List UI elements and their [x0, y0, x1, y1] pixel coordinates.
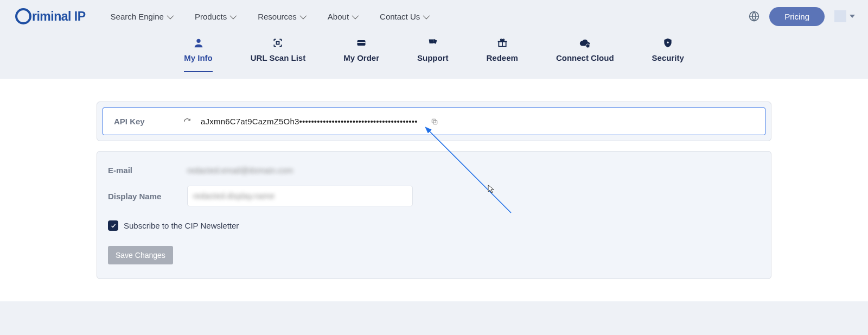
- nav-label: About: [328, 12, 349, 21]
- chevron-down-icon: [352, 12, 359, 19]
- tab-security[interactable]: Security: [652, 37, 684, 72]
- nav-products[interactable]: Products: [195, 12, 235, 21]
- top-header-row: riminal IP Search Engine Products Resour…: [0, 0, 868, 33]
- api-key-box: API Key aJxmn6C7at9CazmZ5Oh3••••••••••••…: [103, 108, 765, 135]
- svg-point-6: [586, 44, 590, 48]
- chevron-down-icon: [850, 15, 855, 18]
- chevron-down-icon: [230, 12, 237, 19]
- tab-label: My Info: [184, 53, 213, 62]
- cloud-icon: [579, 37, 591, 49]
- display-name-value: redacted.display.name: [193, 191, 275, 200]
- person-icon: [193, 37, 205, 49]
- tab-redeem[interactable]: Redeem: [487, 37, 518, 72]
- svg-rect-9: [432, 119, 436, 123]
- tab-label: My Order: [343, 53, 379, 62]
- account-tabs: My Info URL Scan List My Order Support R…: [0, 33, 868, 72]
- chevron-down-icon: [167, 12, 174, 19]
- tab-my-info[interactable]: My Info: [184, 37, 213, 72]
- chevron-down-icon: [299, 12, 307, 19]
- save-changes-button[interactable]: Save Changes: [108, 246, 173, 264]
- display-name-row: Display Name redacted.display.name: [108, 186, 760, 206]
- svg-rect-8: [433, 120, 437, 124]
- svg-point-1: [196, 39, 200, 43]
- footer-strip: [0, 301, 868, 335]
- tab-label: Security: [652, 53, 684, 62]
- tab-label: Support: [417, 53, 449, 62]
- support-icon: [427, 37, 439, 49]
- brand-name: riminal IP: [32, 9, 86, 24]
- nav-resources[interactable]: Resources: [258, 12, 305, 21]
- tab-connect-cloud[interactable]: Connect Cloud: [556, 37, 614, 72]
- nav-label: Resources: [258, 12, 297, 21]
- brand-logo[interactable]: riminal IP: [15, 8, 86, 24]
- display-name-input[interactable]: redacted.display.name: [187, 186, 413, 206]
- tab-support[interactable]: Support: [417, 37, 449, 72]
- newsletter-checkbox[interactable]: [108, 220, 118, 231]
- profile-card: E-mail redacted.email@domain.com Display…: [97, 151, 771, 279]
- top-header: riminal IP Search Engine Products Resour…: [0, 0, 868, 79]
- shield-icon: [662, 37, 673, 49]
- nav-label: Search Engine: [111, 12, 164, 21]
- email-row: E-mail redacted.email@domain.com: [108, 166, 760, 175]
- tab-label: URL Scan List: [251, 53, 305, 62]
- chevron-down-icon: [423, 12, 430, 19]
- account-menu[interactable]: [834, 10, 855, 22]
- nav-label: Products: [195, 12, 227, 21]
- api-key-label: API Key: [114, 117, 174, 126]
- refresh-icon[interactable]: [183, 118, 191, 125]
- tab-label: Connect Cloud: [556, 53, 614, 62]
- tab-my-order[interactable]: My Order: [343, 37, 379, 72]
- email-label: E-mail: [108, 166, 187, 175]
- nav-about[interactable]: About: [328, 12, 357, 21]
- display-name-label: Display Name: [108, 192, 187, 201]
- tab-url-scan-list[interactable]: URL Scan List: [251, 37, 305, 72]
- svg-rect-4: [358, 42, 366, 43]
- gift-icon: [497, 37, 508, 49]
- pricing-label: Pricing: [784, 12, 809, 21]
- avatar-icon: [834, 10, 846, 22]
- card-icon: [356, 37, 367, 49]
- api-key-value: aJxmn6C7at9CazmZ5Oh3••••••••••••••••••••…: [201, 117, 418, 126]
- nav-search-engine[interactable]: Search Engine: [111, 12, 172, 21]
- email-value: redacted.email@domain.com: [187, 166, 293, 175]
- newsletter-row: Subscribe to the CIP Newsletter: [108, 220, 760, 231]
- save-label: Save Changes: [116, 251, 165, 260]
- main-nav: Search Engine Products Resources About C…: [111, 12, 429, 21]
- svg-point-7: [667, 42, 668, 43]
- newsletter-label: Subscribe to the CIP Newsletter: [124, 221, 239, 230]
- nav-contact-us[interactable]: Contact Us: [380, 12, 428, 21]
- scan-icon: [272, 37, 283, 49]
- copy-icon[interactable]: [431, 118, 438, 125]
- pricing-button[interactable]: Pricing: [769, 7, 825, 26]
- nav-label: Contact Us: [380, 12, 420, 21]
- api-key-card: API Key aJxmn6C7at9CazmZ5Oh3••••••••••••…: [97, 102, 771, 141]
- svg-rect-2: [277, 42, 279, 45]
- tab-label: Redeem: [487, 53, 518, 62]
- globe-icon[interactable]: [749, 11, 760, 22]
- main-content: API Key aJxmn6C7at9CazmZ5Oh3••••••••••••…: [97, 102, 771, 279]
